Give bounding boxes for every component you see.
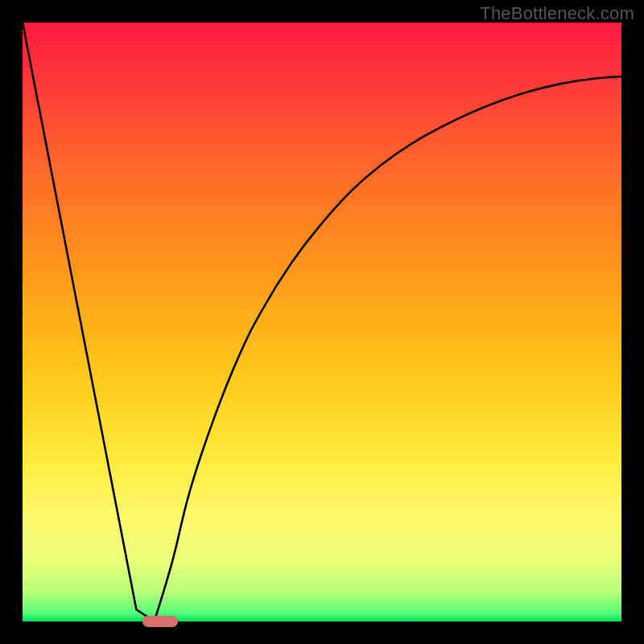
plot-area [23,23,621,621]
gradient-background [23,23,621,621]
plot-svg [23,23,621,621]
optimal-marker [142,616,179,627]
watermark-text: TheBottleneck.com [480,3,634,24]
chart-frame: TheBottleneck.com [0,0,644,644]
